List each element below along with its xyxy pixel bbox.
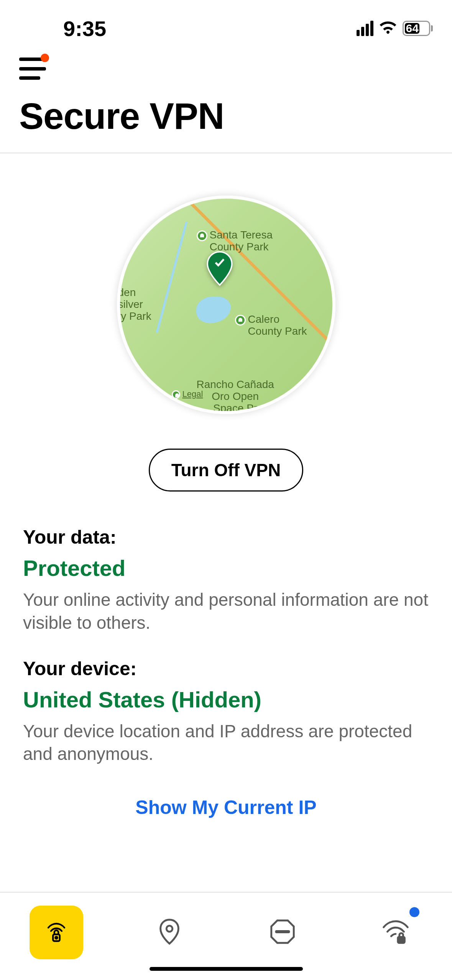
svg-point-2: [166, 926, 173, 932]
device-description: Your device location and IP address are …: [23, 720, 429, 766]
status-bar: 9:35 64: [0, 0, 452, 46]
device-status: United States (Hidden): [23, 687, 429, 712]
location-map[interactable]: Santa Teresa County Park den silver ty P…: [117, 196, 335, 414]
status-indicators: 64: [357, 18, 433, 38]
show-ip-row: Show My Current IP: [0, 789, 452, 842]
notification-dot-icon: [41, 54, 49, 62]
map-label-legal: Legal: [172, 390, 203, 399]
data-label: Your data:: [23, 526, 429, 548]
map-label-rancho: Rancho Cañada Oro Open Space Pr: [197, 379, 274, 414]
menu-button[interactable]: [19, 58, 46, 80]
nav-row: [0, 46, 452, 87]
map-label-calero: Calero County Park: [235, 314, 307, 337]
map-label-ps: ps: [143, 388, 157, 402]
device-label: Your device:: [23, 658, 429, 680]
turn-off-vpn-button[interactable]: Turn Off VPN: [149, 449, 303, 492]
page-title: Secure VPN: [0, 87, 452, 153]
wifi-icon: [379, 18, 397, 38]
tab-blocker[interactable]: [256, 906, 309, 959]
status-time: 9:35: [63, 16, 106, 41]
svg-rect-5: [398, 937, 404, 943]
map-container: Santa Teresa County Park den silver ty P…: [0, 153, 452, 437]
data-description: Your online activity and personal inform…: [23, 589, 429, 635]
location-pin-icon: [155, 917, 184, 948]
shield-wifi-lock-icon: [43, 918, 70, 947]
tab-location[interactable]: [143, 906, 196, 959]
svg-point-1: [56, 937, 58, 939]
show-current-ip-link[interactable]: Show My Current IP: [135, 797, 316, 818]
map-label-quicksilver: den silver ty Park: [118, 287, 151, 322]
device-status-section: Your device: United States (Hidden) Your…: [0, 658, 452, 789]
stop-sign-icon: [268, 917, 297, 948]
tab-wifi-security[interactable]: [369, 906, 422, 959]
home-indicator[interactable]: [150, 967, 303, 971]
action-row: Turn Off VPN: [0, 437, 452, 526]
wifi-lock-icon: [381, 917, 411, 948]
battery-indicator: 64: [403, 21, 433, 36]
data-status-section: Your data: Protected Your online activit…: [0, 526, 452, 658]
cellular-signal-icon: [357, 21, 373, 36]
map-label-santa-teresa: Santa Teresa County Park: [197, 229, 273, 253]
location-pin-icon: [206, 251, 233, 288]
data-status: Protected: [23, 555, 429, 581]
tab-vpn[interactable]: [30, 906, 83, 959]
